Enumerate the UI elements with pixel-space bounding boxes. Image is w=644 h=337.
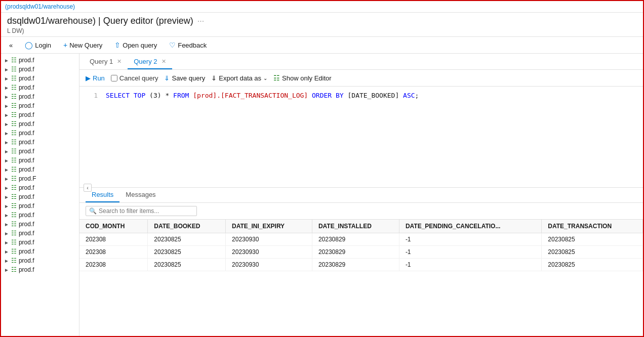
sidebar-item[interactable]: ► ☷ prod.f <box>1 220 79 229</box>
new-query-button[interactable]: + New Query <box>61 40 104 50</box>
table-cell: 20230825 <box>148 246 226 259</box>
close-tab1-icon[interactable]: ✕ <box>117 58 122 65</box>
collapse-results-button[interactable]: ‹ <box>84 184 92 192</box>
search-input[interactable] <box>99 207 190 215</box>
content-area: Query 1 ✕ Query 2 ✕ ▶ Run Cancel query <box>79 54 643 336</box>
query-toolbar: ▶ Run Cancel query ⇓ Save query ⇓ Export… <box>79 70 643 87</box>
chevron-right-icon: ► <box>4 140 9 145</box>
chevron-right-icon: ► <box>4 58 9 63</box>
main-area: ► ☷ prod.f ► ☷ prod.f ► ☷ prod.f ► ☷ pro… <box>1 54 643 336</box>
sidebar-item[interactable]: ► ☷ prod.f <box>1 247 79 256</box>
table-row: 202308202308252023093020230829-120230825 <box>79 246 643 259</box>
table-header-row: COD_MONTH DATE_BOOKED DATE_INI_EXPIRY DA… <box>79 220 643 233</box>
header-title: dsqldw01/warehouse) | Query editor (prev… <box>7 16 637 26</box>
table-icon: ☷ <box>11 230 17 237</box>
chevron-right-icon: ► <box>4 67 9 72</box>
chevron-right-icon: ► <box>4 176 9 182</box>
kw-select: SELECT <box>106 92 134 99</box>
run-button[interactable]: ▶ Run <box>86 74 105 82</box>
col-date-installed: DATE_INSTALLED <box>312 220 399 233</box>
results-tabs: Results Messages <box>79 188 643 203</box>
table-icon: ☷ <box>11 75 17 82</box>
sidebar-item[interactable]: ► ☷ prod.f <box>1 210 79 220</box>
export-button[interactable]: ⇓ Export data as ⌄ <box>211 74 267 82</box>
col-date-pending: DATE_PENDING_CANCELATIO... <box>399 220 541 233</box>
kw-from: FROM <box>173 92 193 99</box>
sidebar-item[interactable]: ► ☷ prod.f <box>1 165 79 174</box>
sidebar-item[interactable]: ► ☷ prod.f <box>1 83 79 92</box>
chevron-right-icon: ► <box>4 158 9 163</box>
sidebar-item[interactable]: ► ☷ prod.f <box>1 119 79 129</box>
run-label: Run <box>93 74 105 82</box>
table-icon: ☷ <box>11 221 17 228</box>
login-label: Login <box>35 41 51 49</box>
chevron-right-icon: ► <box>4 249 9 255</box>
sidebar-item[interactable]: ► ☷ prod.f <box>1 201 79 210</box>
table-icon: ☷ <box>11 212 17 219</box>
upload-icon: ⇧ <box>114 41 120 49</box>
sidebar-item[interactable]: ► ☷ prod.f <box>1 74 79 83</box>
sidebar-item[interactable]: ► ☷ prod.f <box>1 256 79 265</box>
sidebar-item[interactable]: ► ☷ prod.f <box>1 238 79 247</box>
cancel-label: Cancel query <box>119 74 158 82</box>
sql-code: SELECT TOP (3) * FROM [prod].[FACT_TRANS… <box>106 92 419 99</box>
col-cod-month: COD_MONTH <box>79 220 148 233</box>
save-query-button[interactable]: ⇓ Save query <box>164 74 205 82</box>
editor-area[interactable]: 1 SELECT TOP (3) * FROM [prod].[FACT_TRA… <box>79 87 643 188</box>
title-bar-text: (prodsqldw01/warehouse) <box>5 3 75 10</box>
sidebar-item[interactable]: ► ☷ prod.f <box>1 129 79 138</box>
sidebar-item[interactable]: ► ☷ prod.f <box>1 192 79 201</box>
chevron-right-icon: ► <box>4 213 9 218</box>
editor-line-1: 1 SELECT TOP (3) * FROM [prod].[FACT_TRA… <box>79 91 643 100</box>
new-query-label: New Query <box>69 41 102 49</box>
sidebar-item[interactable]: ► ☷ prod.f <box>1 183 79 192</box>
tab-query1[interactable]: Query 1 ✕ <box>84 54 128 69</box>
results-tab-messages[interactable]: Messages <box>119 188 162 202</box>
sidebar-item[interactable]: ► ☷ prod.f <box>1 101 79 110</box>
sidebar-item[interactable]: ► ☷ prod.f <box>1 229 79 238</box>
kw-order: ORDER BY <box>312 92 347 99</box>
sidebar-item[interactable]: ► ☷ prod.f <box>1 147 79 156</box>
kw-asc: ASC <box>403 92 415 99</box>
sidebar-item[interactable]: ► ☷ prod.f <box>1 65 79 74</box>
header: dsqldw01/warehouse) | Query editor (prev… <box>1 13 643 37</box>
tab-query2[interactable]: Query 2 ✕ <box>128 54 172 69</box>
tabs-bar: Query 1 ✕ Query 2 ✕ <box>79 54 643 70</box>
sidebar-item[interactable]: ► ☷ prod.f <box>1 265 79 274</box>
table-icon: ☷ <box>11 139 17 146</box>
sidebar-item[interactable]: ► ☷ prod.f <box>1 110 79 119</box>
sidebar-item[interactable]: ► ☷ prod.F <box>1 174 79 183</box>
login-button[interactable]: ◯ Login <box>23 40 53 50</box>
title-bar: (prodsqldw01/warehouse) <box>1 1 643 13</box>
chevron-right-icon: ► <box>4 231 9 236</box>
chevron-right-icon: ► <box>4 85 9 91</box>
collapse-button[interactable]: « <box>7 40 15 50</box>
chevron-right-icon: ► <box>4 131 9 136</box>
open-query-button[interactable]: ⇧ Open query <box>112 40 159 50</box>
sidebar-item[interactable]: ► ☷ prod.f <box>1 92 79 101</box>
sidebar-item[interactable]: ► ☷ prod.f <box>1 156 79 165</box>
export-icon: ⇓ <box>211 74 217 82</box>
table-cell: 20230825 <box>148 259 226 271</box>
close-tab2-icon[interactable]: ✕ <box>162 58 166 65</box>
line-number: 1 <box>86 92 98 99</box>
col-date-transaction: DATE_TRANSACTION <box>542 220 643 233</box>
table-cell: 20230930 <box>226 246 312 259</box>
show-editor-button[interactable]: ☷ Show only Editor <box>273 74 332 82</box>
col-date-booked: DATE_BOOKED <box>148 220 226 233</box>
sidebar-item[interactable]: ► ☷ prod.f <box>1 56 79 65</box>
table-cell: 20230825 <box>542 233 643 246</box>
cancel-checkbox[interactable] <box>111 75 117 81</box>
chevron-right-icon: ► <box>4 203 9 209</box>
chevron-right-icon: ► <box>4 94 9 100</box>
table-icon: ☷ <box>11 66 17 73</box>
chevron-right-icon: ► <box>4 121 9 127</box>
feedback-button[interactable]: ♡ Feedback <box>167 40 209 50</box>
sidebar-item[interactable]: ► ☷ prod.f <box>1 138 79 147</box>
col-date-ini-expiry: DATE_INI_EXPIRY <box>226 220 312 233</box>
table-cell: 20230825 <box>148 233 226 246</box>
chevron-right-icon: ► <box>4 240 9 245</box>
table-icon: ☷ <box>11 193 17 200</box>
chevron-right-icon: ► <box>4 222 9 227</box>
chevron-right-icon: ► <box>4 185 9 191</box>
